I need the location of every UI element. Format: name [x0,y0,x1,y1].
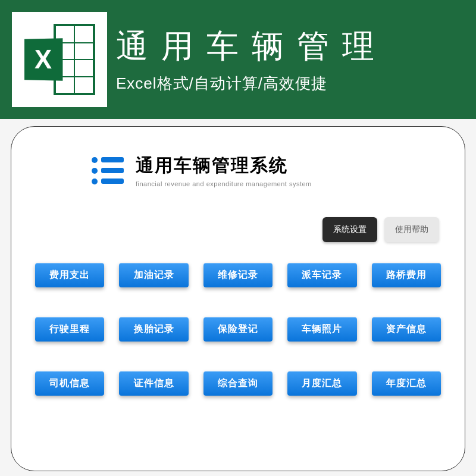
menu-fuel-record[interactable]: 加油记录 [119,263,188,287]
excel-icon-container: X [12,12,107,107]
menu-asset-info[interactable]: 资产信息 [372,317,441,342]
menu-license-info[interactable]: 证件信息 [119,371,188,396]
system-title: 通用车辆管理系统 [136,154,312,178]
banner-text: 通用车辆管理 Excel格式/自动计算/高效便捷 [116,25,387,94]
menu-dispatch-record[interactable]: 派车记录 [287,263,356,287]
menu-driver-info[interactable]: 司机信息 [35,371,104,396]
menu-annual-summary[interactable]: 年度汇总 [372,371,441,396]
excel-x-letter: X [24,38,62,81]
system-settings-button[interactable]: 系统设置 [322,217,377,242]
menu-insurance[interactable]: 保险登记 [203,317,273,342]
menu-tire-record[interactable]: 换胎记录 [119,317,188,342]
card-header: 通用车辆管理系统 financial revenue and expenditu… [92,154,444,187]
menu-monthly-summary[interactable]: 月度汇总 [287,371,356,396]
top-buttons-row: 系统设置 使用帮助 [32,217,439,242]
menu-mileage[interactable]: 行驶里程 [35,317,104,342]
system-subtitle: financial revenue and expenditure manage… [136,180,312,187]
menu-grid: 费用支出 加油记录 维修记录 派车记录 路桥费用 行驶里程 换胎记录 保险登记 … [32,263,444,396]
menu-repair-record[interactable]: 维修记录 [203,263,273,287]
menu-toll-fee[interactable]: 路桥费用 [372,263,441,287]
help-button[interactable]: 使用帮助 [384,217,439,242]
banner: X 通用车辆管理 Excel格式/自动计算/高效便捷 [0,0,476,119]
menu-vehicle-photo[interactable]: 车辆照片 [287,317,356,342]
main-card: 通用车辆管理系统 financial revenue and expenditu… [11,126,465,471]
menu-expense[interactable]: 费用支出 [35,263,104,287]
banner-subtitle: Excel格式/自动计算/高效便捷 [116,73,387,94]
banner-title: 通用车辆管理 [116,25,387,68]
list-icon [92,157,124,184]
excel-icon: X [24,24,95,95]
menu-query[interactable]: 综合查询 [203,371,273,396]
